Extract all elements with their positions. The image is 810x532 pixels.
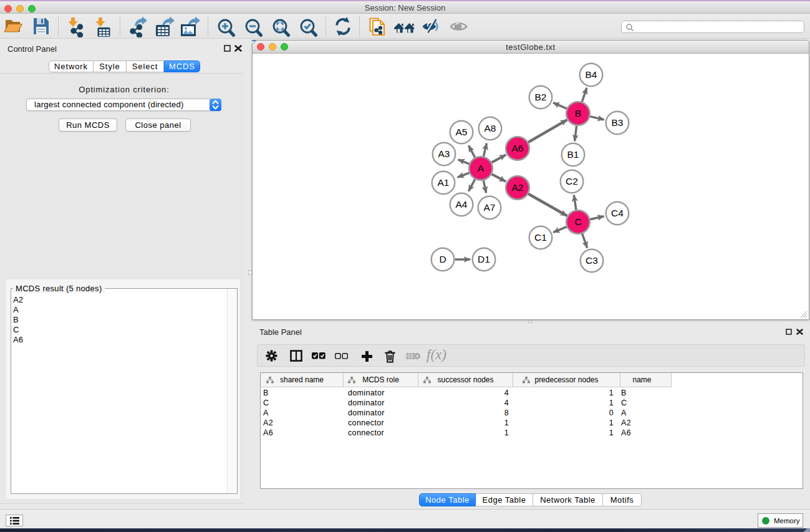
svg-text:C2: C2 — [566, 176, 578, 186]
svg-text:A: A — [478, 163, 485, 173]
svg-text:B: B — [575, 108, 581, 118]
svg-text:C3: C3 — [586, 255, 598, 266]
svg-text:A3: A3 — [438, 148, 450, 159]
svg-text:A5: A5 — [456, 127, 468, 137]
svg-text:A8: A8 — [485, 123, 496, 133]
svg-text:A7: A7 — [484, 202, 496, 213]
svg-text:B4: B4 — [586, 69, 597, 80]
svg-text:C: C — [574, 216, 581, 227]
svg-text:D1: D1 — [478, 254, 490, 264]
svg-text:D: D — [439, 254, 446, 264]
svg-text:A4: A4 — [456, 199, 468, 210]
svg-text:A1: A1 — [438, 177, 450, 188]
svg-text:C1: C1 — [534, 232, 547, 243]
svg-text:B2: B2 — [535, 92, 547, 102]
svg-text:A2: A2 — [512, 182, 524, 193]
svg-text:B1: B1 — [567, 149, 579, 160]
svg-text:C4: C4 — [611, 208, 624, 218]
svg-text:B3: B3 — [612, 117, 624, 128]
svg-text:A6: A6 — [512, 143, 524, 153]
